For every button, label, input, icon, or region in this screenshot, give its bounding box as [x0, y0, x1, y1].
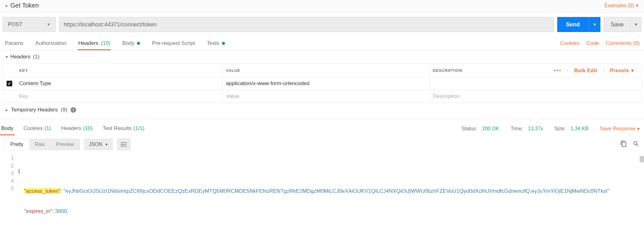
resp-tab-headers-count: (10): [83, 125, 92, 132]
request-builder-row: POST ▼ Send ▼ Save ▼: [0, 13, 644, 36]
wrap-icon: [120, 142, 127, 147]
response-body-toolbar: Pretty Raw Preview JSON ▼: [0, 135, 644, 154]
response-row: Body Cookies (1) Headers (10) Test Resul…: [0, 119, 644, 135]
save-button[interactable]: Save: [604, 17, 631, 32]
request-tabs-row: Params Authorization Headers (10) Body P…: [0, 36, 644, 51]
json-key-access-token: "access_token": [24, 188, 60, 194]
copy-button[interactable]: [620, 140, 627, 149]
gutter: 12345: [0, 154, 18, 227]
headers-table: KEY VALUE DESCRIPTION ••• | Bulk Edit | …: [3, 64, 641, 103]
col-description: DESCRIPTION: [433, 68, 462, 73]
headers-section-label: Headers: [10, 54, 30, 60]
chevron-right-icon: [6, 107, 8, 113]
link-comments[interactable]: Comments (0): [606, 40, 640, 46]
size-label: Size:: [554, 126, 566, 132]
send-dropdown[interactable]: ▼: [589, 17, 600, 32]
save-dropdown[interactable]: ▼: [631, 17, 641, 32]
resp-tab-cookies-label: Cookies: [24, 125, 43, 132]
resp-tab-cookies-count: (1): [45, 125, 51, 132]
temporary-headers-label: Temporary Headers: [11, 107, 58, 113]
http-method-select[interactable]: POST ▼: [3, 17, 56, 32]
tab-headers[interactable]: Headers (10): [78, 36, 111, 50]
collapse-icon[interactable]: [6, 3, 8, 9]
header-value-input[interactable]: Value: [223, 90, 430, 103]
resp-tab-testresults-label: Test Results: [102, 125, 132, 132]
chevron-down-icon: ▾: [636, 3, 638, 8]
resp-tab-cookies[interactable]: Cookies (1): [22, 122, 52, 135]
code-content: { "access_token": "eyJhbGciOiJSUzI1NiIsI…: [18, 154, 644, 227]
bulk-edit-link[interactable]: Bulk Edit: [574, 68, 597, 73]
tab-prerequest[interactable]: Pre-request Script: [151, 36, 196, 50]
header-key-input[interactable]: Key: [16, 90, 223, 103]
temporary-headers-toggle[interactable]: Temporary Headers (9) i: [0, 103, 644, 119]
request-right-links: Cookies Code Comments (0): [560, 40, 640, 46]
search-icon: [633, 140, 640, 147]
link-code[interactable]: Code: [586, 40, 599, 46]
time-label: Time:: [510, 126, 523, 132]
format-value: JSON: [89, 142, 102, 147]
mode-pretty[interactable]: Pretty: [5, 139, 29, 150]
status-label: Status:: [462, 126, 477, 132]
wrap-lines-button[interactable]: [117, 138, 130, 150]
url-input[interactable]: [59, 17, 554, 32]
table-row: Content-Type application/x-www-form-urle…: [3, 77, 641, 90]
more-icon[interactable]: •••: [554, 67, 562, 74]
table-row-new: Key Value Description: [3, 90, 641, 103]
dot-indicator-icon: [137, 42, 140, 45]
resp-tab-headers-label: Headers: [61, 125, 81, 132]
tab-body-label: Body: [122, 40, 134, 46]
body-view-mode-tabs: Pretty Raw Preview: [4, 139, 80, 150]
header-value-cell[interactable]: application/x-www-form-urlencoded: [223, 77, 430, 90]
link-cookies[interactable]: Cookies: [560, 40, 579, 46]
tab-tests[interactable]: Tests: [206, 36, 226, 50]
send-button[interactable]: Send: [557, 17, 589, 32]
save-response-dropdown[interactable]: Save Response ▾: [600, 126, 640, 132]
request-name: Get Token: [10, 2, 39, 9]
header-desc-input[interactable]: Description: [430, 90, 641, 103]
json-key-expires-in: "expires_in": [24, 208, 52, 214]
tab-body[interactable]: Body: [122, 36, 141, 50]
size-value: 1.34 KB: [571, 126, 589, 132]
presets-dropdown[interactable]: Presets ▾: [610, 68, 634, 73]
tab-params[interactable]: Params: [4, 36, 24, 50]
examples-dropdown[interactable]: Examples (0) ▾: [605, 3, 638, 8]
search-button[interactable]: [633, 140, 640, 149]
presets-label: Presets: [610, 68, 629, 73]
header-desc-cell[interactable]: [430, 77, 641, 90]
info-icon[interactable]: i: [71, 107, 76, 113]
chevron-down-icon: [6, 54, 8, 60]
resp-tab-testresults-count: (1/1): [134, 125, 144, 132]
save-response-label: Save Response: [600, 126, 635, 132]
response-body-editor[interactable]: 12345 { "access_token": "eyJhbGciOiJSUzI…: [0, 154, 644, 227]
http-method-value: POST: [8, 21, 22, 28]
col-key: KEY: [16, 65, 223, 76]
temporary-headers-count: (9): [61, 107, 67, 113]
status-value: 200 OK: [482, 126, 499, 132]
mode-raw[interactable]: Raw: [29, 139, 50, 150]
chevron-down-icon: ▾: [631, 68, 634, 73]
headers-section: Headers (1): [0, 51, 644, 62]
dot-indicator-icon: [222, 42, 225, 45]
mode-preview[interactable]: Preview: [50, 139, 80, 150]
chevron-down-icon: ▼: [47, 22, 50, 27]
format-select[interactable]: JSON ▼: [84, 139, 113, 150]
request-title-bar: Get Token Examples (0) ▾: [0, 0, 644, 13]
resp-tab-body[interactable]: Body: [0, 122, 15, 135]
json-val-expires-in: 3600: [55, 208, 67, 214]
headers-section-toggle[interactable]: Headers (1): [6, 54, 638, 60]
resp-tab-testresults[interactable]: Test Results (1/1): [101, 122, 146, 135]
time-value: 13.37s: [528, 126, 543, 132]
json-val-access-token: "eyJhbGciOiJSUzI1NiIsImtpZCI6IjcxODdCOEE…: [63, 188, 609, 194]
tab-authorization[interactable]: Authorization: [35, 36, 67, 50]
chevron-down-icon: ▾: [637, 126, 640, 132]
resp-tab-headers[interactable]: Headers (10): [60, 122, 94, 135]
examples-label: Examples (0): [605, 3, 634, 8]
row-checkbox[interactable]: [7, 81, 12, 86]
tab-headers-count: (10): [101, 40, 110, 46]
tab-tests-label: Tests: [207, 40, 219, 46]
tab-headers-label: Headers: [78, 40, 98, 46]
copy-icon: [620, 140, 627, 147]
chevron-down-icon: ▼: [105, 143, 108, 146]
header-key-cell[interactable]: Content-Type: [16, 77, 223, 90]
scrollbar-vertical[interactable]: [640, 156, 644, 162]
